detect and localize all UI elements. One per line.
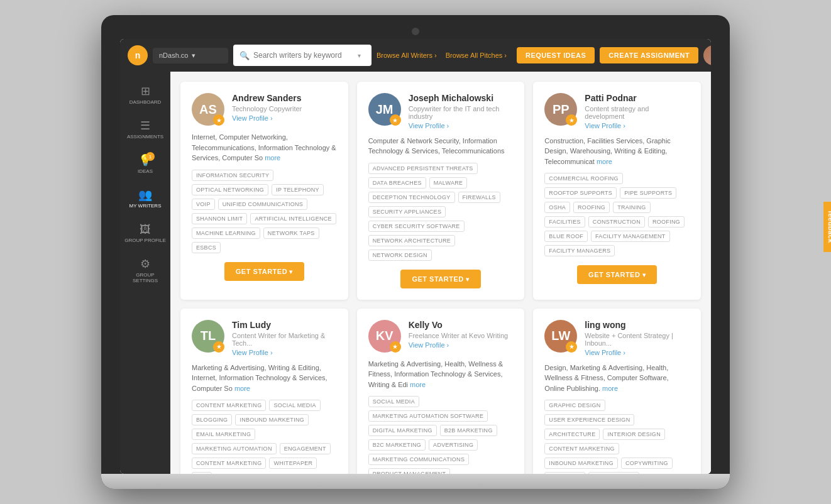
get-started-button[interactable]: GET STARTED [400,270,480,288]
sidebar-item-group-settings[interactable]: ⚙ GROUP SETTINGS [120,252,170,290]
tag[interactable]: CONTENT MARKETING [544,443,619,454]
sidebar-item-dashboard[interactable]: ⊞ DASHBOARD [120,79,170,111]
tag[interactable]: INFORMATION SECURITY [192,170,273,181]
tag[interactable]: BLOGGING [544,472,585,474]
tag[interactable]: SHANNON LIMIT [192,213,247,224]
sidebar-item-assignments[interactable]: ☰ ASSIGNMENTS [120,114,170,146]
request-ideas-button[interactable]: REQUEST IDEAS [517,47,595,63]
view-profile-link[interactable]: View Profile [232,114,337,122]
tag[interactable]: B2B MARKETING [440,425,497,436]
tag[interactable]: NETWORK TAPS [263,227,319,239]
writer-title: Website + Content Strategy | Inboun... [585,332,690,347]
tag[interactable]: DIGITAL MARKETING [368,425,437,436]
tag[interactable]: SOCIAL MEDIA [368,396,419,407]
tag[interactable]: ROOFING [648,216,685,227]
tag[interactable]: CONSTRUCTION [588,216,645,227]
tag[interactable]: INBOUND MARKETING [235,414,309,425]
tag[interactable]: FACILITY MANAGERS [544,245,615,256]
tag[interactable]: MARKETING AUTOMATION [192,443,277,454]
tag[interactable]: INBOUND MARKETING [544,457,618,469]
tag[interactable]: BLUE ROOF [544,231,588,242]
tag[interactable]: FACILITY MANAGEMENT [591,231,670,242]
writer-bio: Construction, Facilities Services, Graph… [544,136,690,167]
tag[interactable]: IP TELEPHONY [272,184,324,195]
tag[interactable]: PRODUCT MANAGEMENT [368,468,451,474]
sidebar-label-dashboard: DASHBOARD [129,99,162,105]
browse-writers-link[interactable]: Browse All Writers [377,52,437,59]
tag[interactable]: ARCHITECTURE [544,429,600,440]
bio-more-link[interactable]: more [265,154,280,162]
sidebar-item-my-writers[interactable]: 👥 MY WRITERS [120,183,170,215]
tag[interactable]: ADVERTISING [429,439,478,451]
writer-card: TL ★ Tim Ludy Content Writer for Marketi… [180,309,348,474]
tag[interactable]: MALWARE [429,177,468,189]
writer-header: LW ★ ling wong Website + Content Strateg… [544,320,690,356]
tag[interactable]: ADVANCED PERSISTENT THREATS [368,163,478,174]
tag[interactable]: GRAPHIC DESIGN [544,400,605,411]
tag[interactable]: CONTENT MARKETING [192,457,266,469]
bio-more-link[interactable]: more [597,158,612,165]
tag[interactable]: FIREWALLS [458,192,500,203]
tag[interactable]: OPTICAL NETWORKING [192,184,268,195]
tag[interactable]: FACILITIES [544,216,585,227]
tag[interactable]: INTERIOR DESIGN [603,429,665,440]
tag[interactable]: SECURITY APPLIANCES [368,206,446,217]
create-assignment-button[interactable]: CREATE ASSIGNMENT [600,47,698,63]
nav-links: Browse All Writers Browse All Pitches [377,52,507,59]
tag[interactable]: SOCIAL MEDIA [588,472,639,474]
view-profile-link[interactable]: View Profile [409,341,514,349]
tag[interactable]: DATA BREACHES [368,177,426,189]
view-profile-link[interactable]: View Profile [585,122,690,129]
tag[interactable]: COPYWRITING [621,457,673,469]
writer-card: JM ★ Joseph Michalowski Copywriter for t… [357,82,525,300]
browse-pitches-link[interactable]: Browse All Pitches [446,52,507,59]
tag[interactable]: ARTIFICIAL INTELLIGENCE [250,213,336,224]
tag[interactable]: NETWORK DESIGN [368,249,432,261]
get-started-button[interactable]: GET STARTED [577,265,657,284]
tag[interactable]: ESBCS [192,242,221,253]
writer-bio: Marketing & Advertising, Writing & Editi… [192,363,337,394]
tag[interactable]: ROOFTOP SUPPORTS [544,187,617,199]
tag[interactable]: ROOFING [573,202,610,213]
tag[interactable]: MACHINE LEARNING [192,227,260,239]
logo[interactable]: n [128,45,148,65]
user-avatar[interactable] [703,45,711,65]
tag[interactable]: VOIP [192,199,215,210]
bio-more-link[interactable]: more [602,385,618,392]
search-input[interactable] [253,51,354,60]
tag[interactable]: MARKETING COMMUNICATIONS [368,454,470,465]
writer-header: TL ★ Tim Ludy Content Writer for Marketi… [192,320,337,356]
view-profile-link[interactable]: View Profile [232,349,337,356]
top-nav: n nDash.co ▾ 🔍 ▾ Browse All Writers Brow… [120,39,711,72]
search-bar: 🔍 ▾ [233,45,371,66]
tag[interactable]: EMAIL MARKETING [192,429,255,440]
tag[interactable]: PIPE SUPPORTS [620,187,676,199]
tag[interactable]: WHITEPAPER [269,457,317,469]
tag[interactable]: B2C MARKETING [368,439,426,451]
get-started-button[interactable]: GET STARTED [224,262,304,281]
tag[interactable]: B2B [192,472,212,474]
tag[interactable]: MARKETING AUTOMATION SOFTWARE [368,410,488,422]
view-profile-link[interactable]: View Profile [409,122,514,129]
sidebar-item-group-profile[interactable]: 🖼 GROUP PROFILE [120,217,170,249]
writer-title: Content strategy and development [585,105,690,120]
brand-dropdown[interactable]: nDash.co ▾ [153,48,228,63]
tag[interactable]: NETWORK ARCHITECTURE [368,235,456,246]
tag[interactable]: CONTENT MARKETING [192,400,266,411]
sidebar-item-ideas[interactable]: 💡 1 IDEAS [120,148,170,180]
bio-more-link[interactable]: more [234,385,250,392]
bio-more-link[interactable]: more [410,381,426,388]
tag[interactable]: OSHA [544,202,570,213]
tag[interactable]: BLOGGING [192,414,232,425]
tag[interactable]: SOCIAL MEDIA [269,400,320,411]
writer-card: KV ★ Kelly Vo Freelance Writer at Kevo W… [357,309,525,474]
tag[interactable]: DECEPTION TECHNOLOGY [368,192,455,203]
feedback-tab[interactable]: feedback [823,202,831,252]
tag[interactable]: ENGAGEMENT [280,443,331,454]
tag[interactable]: USER EXPERIENCE DESIGN [544,414,634,425]
tag[interactable]: TRAINING [613,202,650,213]
tag[interactable]: CYBER SECURITY SOFTWARE [368,221,465,232]
tag[interactable]: UNIFIED COMMUNICATIONS [218,199,307,210]
view-profile-link[interactable]: View Profile [585,349,690,356]
tag[interactable]: COMMERCIAL ROOFING [544,173,623,184]
